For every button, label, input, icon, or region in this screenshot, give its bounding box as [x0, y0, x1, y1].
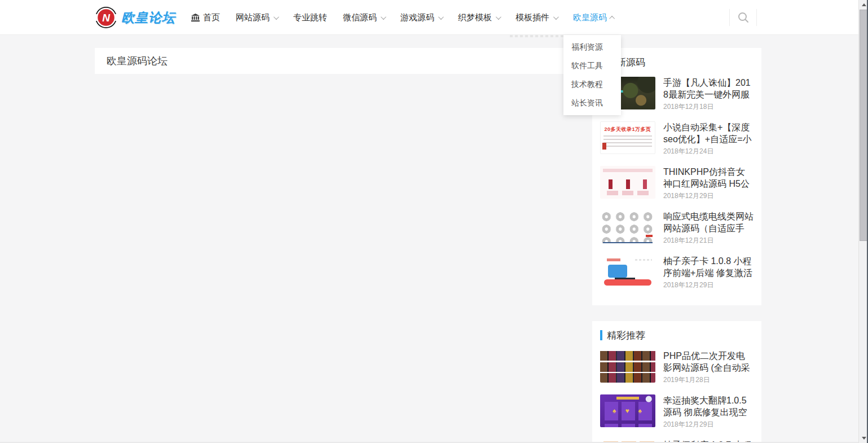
article-title[interactable]: 幸运抽奖大翻牌1.0.5源码 彻底修复出现空白问题 ... [663, 394, 754, 418]
main-nav: 首页 网站源码 专业跳转 微信源码 游戏源码 织梦模板 模板插件 欧皇源码 [183, 0, 623, 35]
chevron-down-icon [381, 14, 386, 20]
article-list-item[interactable]: 响应式电缆电线类网站网站源码（自适应手机... 2018年12月21日 [600, 210, 754, 244]
nav-item[interactable]: 欧皇源码 [573, 12, 615, 23]
section-header: 最新源码 [600, 57, 754, 67]
thumbnail-caption: 20多天收录1万多页 [601, 126, 655, 133]
article-body: 柚子亲子卡 1.0.8 小程序前端+后端 修复激活码... 2018年12月29… [663, 255, 754, 289]
logo-emblem-icon: N [95, 6, 117, 29]
dropdown-menu-item[interactable]: 软件工具 [563, 56, 621, 75]
article-list-item[interactable]: 柚子亲子卡 1.0.8 小程序前端+后端 修复激活码... 2018年12月29… [600, 255, 754, 289]
article-list-item[interactable]: 手游【凡人诛仙】2018最新完美一键外网服务端... 2018年12月18日 [600, 77, 754, 111]
article-thumbnail[interactable] [600, 350, 655, 383]
nav-item-label: 欧皇源码 [573, 12, 607, 23]
nav-item[interactable]: 游戏源码 [400, 12, 442, 23]
article-title[interactable]: 小说自动采集+【深度seo优化】+自适应=小说网... [663, 121, 754, 145]
article-list-item[interactable]: 幸运抽奖大翻牌1.0.5源码 彻底修复出现空白问题 ... 2018年12月29… [600, 394, 754, 428]
section-list: 手游【凡人诛仙】2018最新完美一键外网服务端... 2018年12月18日 2… [600, 77, 754, 289]
article-title[interactable]: 响应式电缆电线类网站网站源码（自适应手机... [663, 210, 754, 234]
article-title[interactable]: THINKPHP仿抖音女神口红网站源码 H5公众版(... [663, 166, 754, 190]
article-thumbnail[interactable] [600, 394, 655, 427]
chevron-down-icon [496, 14, 501, 20]
section-accent-bar [600, 330, 602, 340]
article-title[interactable]: PHP品优二次开发电影网站源码 (全自动采集+会... [663, 350, 754, 374]
nav-item-label: 游戏源码 [400, 12, 434, 23]
article-list-item[interactable]: PHP品优二次开发电影网站源码 (全自动采集+会... 2019年1月28日 [600, 350, 754, 384]
article-title[interactable]: 手游【凡人诛仙】2018最新完美一键外网服务端... [663, 77, 754, 100]
nav-item[interactable]: 织梦模板 [458, 12, 500, 23]
article-title[interactable]: 柚子亲子卡 1.0.8 小程序前端+后端 修复激活码... [663, 255, 754, 279]
dropdown-menu-item[interactable]: 福利资源 [563, 38, 621, 56]
top-navbar: N 欧皇论坛 首页 网站源码 专业跳转 微信源码 游戏源码 [0, 0, 858, 35]
article-body: PHP品优二次开发电影网站源码 (全自动采集+会... 2019年1月28日 [663, 350, 754, 384]
site-name: 欧皇论坛 [121, 9, 175, 27]
nav-item[interactable]: 首页 [191, 12, 220, 23]
article-date: 2019年1月28日 [663, 376, 754, 384]
article-body: 幸运抽奖大翻牌1.0.5源码 彻底修复出现空白问题 ... 2018年12月29… [663, 394, 754, 428]
nav-item[interactable]: 模板插件 [515, 12, 557, 23]
sidebar-card: 精彩推荐 PHP品优二次开发电影网站源码 (全自动采集+会... 2019年1月… [592, 321, 761, 443]
article-thumbnail[interactable]: 20多天收录1万多页 [600, 121, 655, 154]
article-date: 2018年12月24日 [663, 147, 754, 155]
nav-item-label: 首页 [203, 12, 220, 23]
nav-item-label: 织梦模板 [458, 12, 492, 23]
content-header-card: 欧皇源码论坛 [95, 48, 570, 74]
site-logo[interactable]: N 欧皇论坛 [95, 6, 175, 29]
chevron-down-icon [438, 14, 444, 20]
article-date: 2018年12月29日 [663, 281, 754, 289]
chevron-down-icon [274, 14, 279, 20]
section-title: 精彩推荐 [607, 329, 645, 342]
article-thumbnail[interactable] [600, 166, 655, 199]
bank-icon [191, 14, 200, 22]
dropdown-menu-item[interactable]: 站长资讯 [563, 94, 621, 112]
section-header: 精彩推荐 [600, 330, 754, 340]
article-list-item[interactable]: 20多天收录1万多页 小说自动采集+【深度seo优化】+自适应=小说网... 2… [600, 121, 754, 155]
article-body: 小说自动采集+【深度seo优化】+自适应=小说网... 2018年12月24日 [663, 121, 754, 155]
nav-item-label: 网站源码 [236, 12, 270, 23]
nav-item[interactable]: 专业跳转 [293, 12, 327, 23]
article-date: 2018年12月29日 [663, 192, 754, 200]
article-date: 2018年12月18日 [663, 103, 754, 111]
chevron-down-icon [609, 15, 615, 21]
nav-item-label: 微信源码 [343, 12, 377, 23]
nav-item-label: 专业跳转 [293, 12, 327, 23]
search-button[interactable] [729, 9, 757, 26]
nav-dropdown-menu: 福利资源软件工具技术教程站长资讯 [563, 35, 621, 115]
nav-item[interactable]: 网站源码 [236, 12, 277, 23]
page-title: 欧皇源码论坛 [95, 48, 570, 74]
article-list-item[interactable]: THINKPHP仿抖音女神口红网站源码 H5公众版(... 2018年12月29… [600, 166, 754, 200]
svg-text:N: N [102, 12, 111, 24]
section-list: PHP品优二次开发电影网站源码 (全自动采集+会... 2019年1月28日 幸… [600, 350, 754, 443]
search-icon [737, 11, 750, 24]
article-body: 手游【凡人诛仙】2018最新完美一键外网服务端... 2018年12月18日 [663, 77, 754, 111]
article-body: 响应式电缆电线类网站网站源码（自适应手机... 2018年12月21日 [663, 210, 754, 244]
article-thumbnail[interactable] [600, 255, 655, 288]
article-date: 2018年12月29日 [663, 420, 754, 428]
nav-item[interactable]: 微信源码 [343, 12, 385, 23]
nav-item-label: 模板插件 [515, 12, 549, 23]
chevron-down-icon [553, 14, 559, 20]
arrow-down-icon [862, 437, 866, 440]
article-date: 2018年12月21日 [663, 236, 754, 244]
article-thumbnail[interactable] [600, 210, 655, 243]
dropdown-menu-item[interactable]: 技术教程 [563, 75, 621, 94]
article-body: THINKPHP仿抖音女神口红网站源码 H5公众版(... 2018年12月29… [663, 166, 754, 200]
arrow-up-icon [862, 3, 866, 6]
